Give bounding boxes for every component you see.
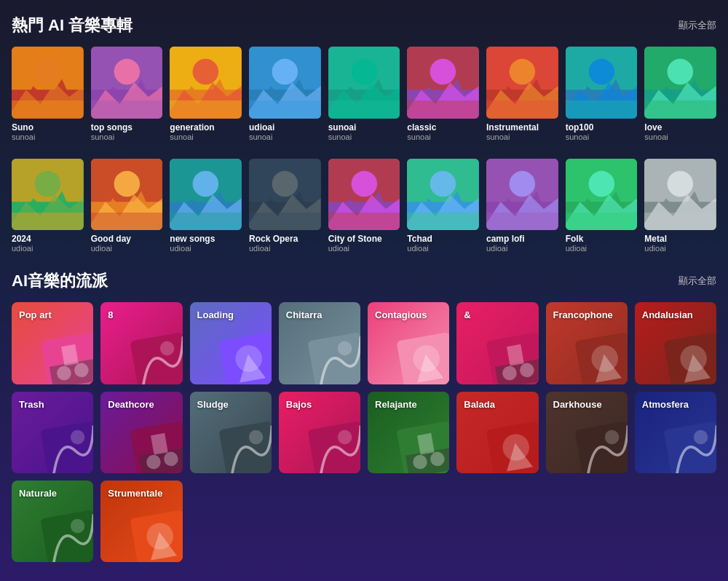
genre-art	[130, 421, 182, 473]
album-thumb	[407, 159, 479, 231]
album-title: generation	[170, 122, 242, 133]
genre-art	[486, 332, 538, 384]
genre-card[interactable]: Chitarra	[279, 302, 360, 384]
svg-rect-83	[328, 213, 400, 231]
album-thumb	[328, 159, 400, 231]
genre-card-empty	[546, 481, 628, 562]
genre-label: 8	[108, 309, 113, 320]
album-item[interactable]: generation sunoai	[170, 47, 242, 141]
genres-row-1: Trash Deathcore Sludge Bajos Relajante	[12, 392, 716, 473]
svg-point-98	[588, 170, 614, 197]
genre-card[interactable]: Sludge	[190, 392, 272, 473]
genre-art	[218, 332, 271, 384]
svg-rect-5	[12, 100, 84, 119]
genre-card[interactable]: Pop art	[12, 302, 93, 384]
genres-header: AI音樂的流派 顯示全部	[12, 270, 716, 292]
album-item[interactable]: Rock Opera udioai	[249, 159, 321, 253]
svg-point-20	[272, 59, 298, 85]
genre-card[interactable]: Deathcore	[100, 392, 182, 473]
album-title: Folk	[566, 234, 638, 244]
album-item[interactable]: Tchad udioai	[407, 159, 479, 253]
genres-section: AI音樂的流派 顯示全部 Pop art 8 Loading Chitarra …	[12, 270, 716, 562]
album-thumb	[170, 47, 242, 119]
album-author: sunoai	[328, 133, 400, 141]
genre-card[interactable]: Strumentale	[100, 481, 182, 562]
album-title: Good day	[91, 234, 163, 244]
svg-rect-11	[91, 100, 163, 119]
album-author: udioai	[407, 244, 479, 253]
album-thumb	[644, 47, 716, 119]
album-item[interactable]: sunoai sunoai	[328, 47, 400, 141]
album-author: sunoai	[407, 133, 479, 141]
genre-card[interactable]: Bajos	[279, 392, 360, 473]
album-item[interactable]: Metal udioai	[644, 159, 716, 253]
album-item[interactable]: new songs udioai	[170, 159, 242, 253]
genre-card[interactable]: Trash	[12, 392, 93, 473]
album-author: sunoai	[91, 133, 163, 141]
genre-art	[664, 332, 716, 384]
album-title: top100	[566, 122, 638, 133]
genre-card[interactable]: Darkhouse	[546, 392, 628, 473]
album-author: udioai	[566, 244, 638, 253]
svg-rect-89	[407, 213, 479, 231]
genre-label: Contagious	[375, 309, 427, 320]
hot-albums-show-all[interactable]: 顯示全部	[678, 19, 716, 32]
album-author: sunoai	[12, 133, 84, 141]
album-item[interactable]: Instrumental sunoai	[486, 47, 558, 141]
svg-point-2	[35, 59, 61, 85]
album-item[interactable]: Folk udioai	[566, 159, 638, 253]
genre-label: Relajante	[375, 399, 417, 410]
genre-label: Andalusian	[642, 309, 693, 320]
genre-card[interactable]: 8	[100, 302, 182, 384]
svg-point-80	[351, 170, 377, 197]
genre-art	[218, 421, 271, 473]
album-title: Suno	[12, 122, 84, 133]
album-item[interactable]: Good day udioai	[91, 159, 163, 253]
genre-label: Strumentale	[108, 488, 162, 499]
genre-card[interactable]: Contagious	[368, 302, 449, 384]
album-author: udioai	[12, 244, 84, 253]
genre-card[interactable]: Relajante	[368, 392, 449, 473]
genre-label: Deathcore	[108, 399, 154, 410]
svg-point-44	[588, 59, 614, 85]
album-title: Rock Opera	[249, 234, 321, 244]
album-item[interactable]: udioai sunoai	[249, 47, 321, 141]
album-author: udioai	[91, 244, 163, 253]
album-title: new songs	[170, 234, 242, 244]
genre-card[interactable]: Atmosfera	[635, 392, 716, 473]
genre-art	[486, 421, 538, 473]
album-thumb	[486, 159, 558, 231]
album-item[interactable]: City of Stone udioai	[328, 159, 400, 253]
genre-card[interactable]: Loading	[190, 302, 272, 384]
album-title: City of Stone	[328, 234, 400, 244]
hot-albums-title: 熱門 AI 音樂專輯	[12, 15, 132, 36]
genre-card[interactable]: Balada	[456, 392, 538, 473]
album-item[interactable]: top songs sunoai	[91, 47, 163, 141]
genre-art	[130, 332, 182, 384]
genre-card[interactable]: Naturale	[12, 481, 93, 562]
album-item[interactable]: Suno sunoai	[12, 47, 84, 141]
genre-art	[41, 332, 93, 384]
album-thumb	[249, 47, 321, 119]
genres-row-0: Pop art 8 Loading Chitarra Contagious	[12, 302, 716, 384]
album-title: Tchad	[407, 234, 479, 244]
album-item[interactable]: 2024 udioai	[12, 159, 84, 253]
album-thumb	[407, 47, 479, 119]
album-author: sunoai	[644, 133, 716, 141]
genre-card[interactable]: Andalusian	[635, 302, 716, 384]
genre-art	[308, 332, 360, 384]
album-author: sunoai	[249, 133, 321, 141]
album-item[interactable]: top100 sunoai	[566, 47, 638, 141]
genre-card[interactable]: &	[456, 302, 538, 384]
genre-art	[397, 421, 449, 473]
genres-show-all[interactable]: 顯示全部	[678, 274, 716, 288]
svg-rect-47	[566, 100, 638, 119]
genre-card[interactable]: Francophone	[546, 302, 628, 384]
album-item[interactable]: love sunoai	[644, 47, 716, 141]
albums-grid-row2: 2024 udioai Good day udioai	[12, 159, 716, 253]
album-item[interactable]: classic sunoai	[407, 47, 479, 141]
svg-rect-107	[644, 213, 716, 231]
album-item[interactable]: camp lofi udioai	[486, 159, 558, 253]
genre-label: Francophone	[553, 309, 613, 320]
svg-rect-17	[170, 100, 242, 119]
